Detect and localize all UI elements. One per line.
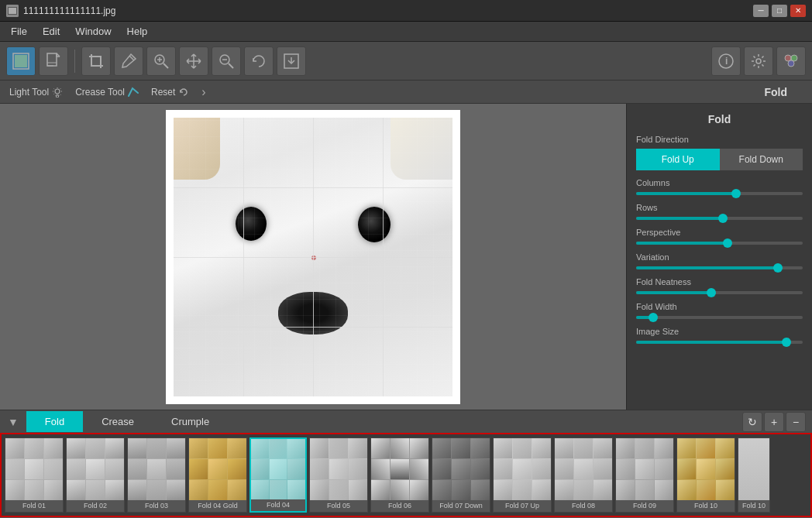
close-button[interactable]: ✕	[790, 5, 806, 17]
collapse-button[interactable]: ▼	[0, 416, 26, 428]
eye-left	[236, 207, 267, 241]
preset-11-label: Fold 09	[633, 500, 656, 511]
tab-fold[interactable]: Fold	[26, 411, 83, 432]
crop-tool-button[interactable]	[81, 46, 111, 76]
preset-3-label: Fold 03	[145, 500, 168, 511]
fold-width-label: Fold Width	[636, 302, 803, 311]
fold-width-thumb[interactable]	[649, 313, 658, 322]
fold-up-button[interactable]: Fold Up	[636, 149, 720, 170]
perspective-thumb[interactable]	[723, 238, 732, 248]
image-size-track	[636, 341, 803, 344]
rows-fill	[636, 217, 723, 220]
menu-file[interactable]: File	[3, 23, 35, 39]
fold-width-slider-container: Fold Width	[636, 302, 803, 319]
add-preset-button[interactable]: +	[764, 412, 784, 432]
reset-label[interactable]: Reset	[151, 87, 189, 98]
fold-width-track	[636, 316, 803, 319]
export-tool-button[interactable]	[277, 46, 306, 76]
preset-11-thumb	[616, 438, 673, 500]
preset-6-thumb	[310, 438, 367, 500]
preset-5-label: Fold 04	[267, 499, 290, 510]
fold-preset-11[interactable]: Fold 09	[615, 437, 674, 513]
maximize-button[interactable]: □	[772, 5, 787, 17]
preset-6-label: Fold 05	[327, 500, 350, 511]
nose	[278, 292, 348, 334]
fold-preset-12[interactable]: Fold 10	[676, 437, 735, 513]
svg-line-13	[229, 63, 233, 68]
image-tool-button[interactable]	[6, 46, 36, 76]
window-title: 111111111111111.jpg	[23, 5, 753, 16]
preset-8-thumb	[432, 438, 490, 500]
fold-preset-9[interactable]: Fold 07 Up	[493, 437, 552, 513]
ear-left	[174, 118, 220, 180]
preset-3-thumb	[128, 438, 185, 500]
fold-preset-10[interactable]: Fold 08	[554, 437, 613, 513]
image-size-label: Image Size	[636, 327, 803, 336]
main-content: Fold Fold Direction Fold Up Fold Down Co…	[0, 104, 812, 410]
menu-window[interactable]: Window	[67, 23, 119, 39]
preset-5-thumb	[251, 439, 305, 499]
fold-direction-selector: Fold Up Fold Down	[636, 149, 803, 170]
move-tool-button[interactable]	[179, 46, 208, 76]
dog-image	[174, 118, 452, 396]
perspective-label: Perspective	[636, 228, 803, 237]
panel-title: Fold	[636, 113, 803, 125]
perspective-track	[636, 242, 803, 245]
fold-down-button[interactable]: Fold Down	[720, 149, 803, 170]
brush-tool-button[interactable]	[114, 46, 143, 76]
perspective-slider-container: Perspective	[636, 228, 803, 245]
preset-10-label: Fold 08	[572, 500, 595, 511]
preset-2-label: Fold 02	[84, 500, 107, 511]
fold-preset-5[interactable]: Fold 04	[249, 437, 307, 513]
tab-controls: ↻ + −	[742, 412, 812, 432]
preset-2-thumb	[67, 438, 124, 500]
variation-slider-container: Variation	[636, 252, 803, 269]
fold-marker	[311, 256, 316, 260]
variation-fill	[636, 266, 778, 269]
preset-strip: Fold 01 Fold 02 Fold 03	[2, 434, 810, 516]
preset-13-thumb	[738, 438, 769, 500]
variation-thumb[interactable]	[773, 263, 783, 273]
fold-preset-1[interactable]: Fold 01	[5, 437, 64, 513]
menu-help[interactable]: Help	[119, 23, 156, 39]
fold-preset-6[interactable]: Fold 05	[309, 437, 368, 513]
preset-10-thumb	[555, 438, 612, 500]
fold-neatness-label: Fold Neatness	[636, 277, 803, 286]
svg-point-18	[756, 59, 761, 63]
svg-text:i: i	[725, 56, 728, 67]
reload-preset-button[interactable]: ↻	[742, 412, 762, 432]
image-size-thumb[interactable]	[782, 338, 791, 347]
menu-edit[interactable]: Edit	[35, 23, 67, 39]
image-canvas[interactable]	[174, 118, 452, 396]
fold-preset-7[interactable]: Fold 06	[370, 437, 429, 513]
fold-preset-8[interactable]: Fold 07 Down	[432, 437, 490, 513]
rows-thumb[interactable]	[718, 214, 728, 223]
title-bar: 111111111111111.jpg ─ □ ✕	[0, 0, 812, 22]
rows-track	[636, 217, 803, 220]
image-size-slider-container: Image Size	[636, 327, 803, 344]
fold-preset-2[interactable]: Fold 02	[66, 437, 125, 513]
effects-button[interactable]	[776, 46, 806, 76]
settings-button[interactable]	[744, 46, 773, 76]
fold-preset-13[interactable]: Fold 10	[738, 437, 770, 513]
columns-track	[636, 192, 803, 195]
preset-12-label: Fold 10	[694, 500, 717, 511]
tab-crumple[interactable]: Crumple	[153, 411, 228, 432]
fold-preset-3[interactable]: Fold 03	[127, 437, 186, 513]
document-tool-button[interactable]	[39, 46, 68, 76]
preset-9-label: Fold 07 Up	[505, 500, 539, 511]
zoom-in-button[interactable]	[146, 46, 176, 76]
columns-thumb[interactable]	[731, 189, 741, 198]
minimize-button[interactable]: ─	[753, 5, 769, 17]
fold-neatness-thumb[interactable]	[707, 288, 716, 297]
fold-preset-4[interactable]: Fold 04 Gold	[188, 437, 247, 513]
zoom-out-button[interactable]	[212, 46, 241, 76]
columns-fill	[636, 192, 736, 195]
remove-preset-button[interactable]: −	[786, 412, 806, 432]
menu-bar: File Edit Window Help	[0, 22, 812, 42]
rotate-tool-button[interactable]	[244, 46, 274, 76]
info-button[interactable]: i	[711, 46, 741, 76]
nav-chevron[interactable]: ›	[201, 85, 205, 99]
preset-1-thumb	[5, 438, 63, 500]
tab-crease[interactable]: Crease	[83, 411, 153, 432]
